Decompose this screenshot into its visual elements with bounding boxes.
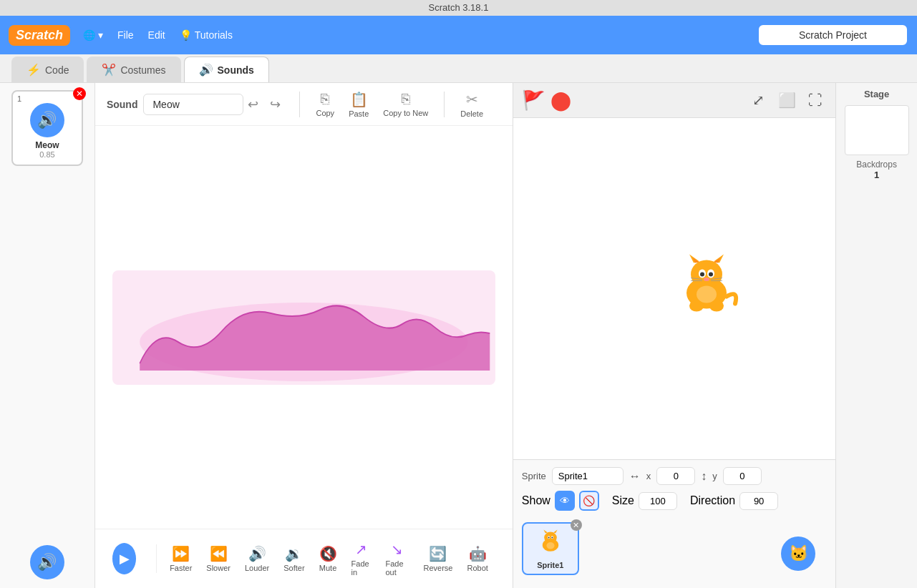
edit-menu[interactable]: Edit [141,25,173,45]
reverse-icon: 🔄 [429,545,447,562]
show-hidden-btn[interactable]: 🚫 [579,491,599,511]
svg-point-20 [544,532,557,544]
add-sprite-icon: 🐱 [789,544,808,563]
controls-separator [156,544,157,573]
view-buttons: ⤢ ⬜ ⛶ [747,89,827,112]
svg-point-16 [689,300,704,311]
stop-btn[interactable]: ⬤ [550,89,571,112]
svg-point-17 [709,300,724,311]
fade-out-btn[interactable]: ↘ Fade out [378,538,416,579]
robot-btn[interactable]: 🤖 Robot [460,542,495,575]
direction-input[interactable] [739,492,778,510]
reverse-btn[interactable]: 🔄 Reverse [416,542,460,575]
x-arrow-icon: ↔ [629,470,641,483]
x-input[interactable] [656,467,695,485]
undo-btn[interactable]: ↩ [243,94,263,115]
add-sound-icon: 🔊 [37,553,57,572]
softer-btn[interactable]: 🔉 Softer [276,542,311,575]
sound-name-label: Meow [35,140,59,150]
x-label: x [646,471,651,481]
copy-label: Copy [316,109,334,117]
louder-btn[interactable]: 🔊 Louder [238,542,276,575]
stage-thumbnail [845,105,909,155]
green-flag-btn[interactable]: 🚩 [522,89,545,112]
copy-btn[interactable]: ⎘ Copy [309,88,341,120]
undo-redo-group: ↩ ↪ [243,94,285,115]
tab-code-label: Code [45,64,69,76]
sound-list: 1 ✕ 🔊 Meow 0.85 🔊 [0,83,95,588]
sound-delete-btn[interactable]: ✕ [73,87,86,100]
tutorials-btn[interactable]: 💡 Tutorials [173,25,240,45]
app-title: Scratch 3.18.1 [429,2,489,13]
y-arrow-icon: ↕ [701,470,707,483]
compress-view-btn[interactable]: ⤢ [747,89,770,112]
tab-costumes[interactable]: ✂️ Costumes [87,57,180,82]
tab-sounds-label: Sounds [218,64,254,76]
sprite-panel: Sprite ↔ x ↕ y Show 👁 🚫 Size Direction [513,459,835,588]
tutorials-icon: 💡 [180,29,192,41]
sound-editor: Sound ↩ ↪ ⎘ Copy 📋 Paste ⎘ Copy to New ✂ [95,83,513,588]
sprite-name-field[interactable] [552,467,624,485]
fade-out-icon: ↘ [391,541,403,558]
svg-marker-21 [543,529,548,533]
file-menu[interactable]: File [110,25,141,45]
tab-costumes-label: Costumes [120,64,165,76]
slower-btn[interactable]: ⏪ Slower [199,542,238,575]
direction-label: Direction [690,494,735,507]
sound-toolbar: Sound ↩ ↪ ⎘ Copy 📋 Paste ⎘ Copy to New ✂ [95,83,513,126]
sprite-delete-btn[interactable]: ✕ [571,519,582,531]
svg-point-10 [709,272,713,276]
y-input[interactable] [723,467,762,485]
sounds-icon: 🔊 [199,63,213,77]
backdrops-count: 1 [874,170,879,180]
menubar: Scratch 🌐 ▾ File Edit 💡 Tutorials [0,16,917,54]
copy-to-new-icon: ⎘ [402,91,410,107]
tab-code[interactable]: ⚡ Code [11,57,84,82]
main-layout: 1 ✕ 🔊 Meow 0.85 🔊 Sound ↩ ↪ ⎘ Copy 📋 [0,83,917,588]
fullscreen-btn[interactable]: ⛶ [804,89,827,112]
paste-icon: 📋 [350,91,368,108]
backdrops-label: Backdrops [856,160,897,170]
globe-arrow: ▾ [98,29,103,41]
play-button[interactable]: ▶ [112,543,136,574]
cat-svg [671,250,742,314]
paste-btn[interactable]: 📋 Paste [341,88,376,121]
mute-btn[interactable]: 🔇 Mute [312,542,344,575]
titlebar: Scratch 3.18.1 [0,0,917,16]
stage-flag-stop: 🚩 ⬤ [522,89,571,112]
sprite-name-thumb: Sprite1 [537,561,563,569]
svg-point-26 [551,537,553,539]
fade-in-btn[interactable]: ↗ Fade in [344,538,379,579]
delete-icon: ✂ [466,91,478,108]
waveform-svg [112,270,495,385]
svg-point-27 [546,542,554,549]
size-input[interactable] [639,492,677,510]
show-visible-btn[interactable]: 👁 [555,491,575,511]
copy-to-new-btn[interactable]: ⎘ Copy to New [376,88,435,120]
globe-menu[interactable]: 🌐 ▾ [76,25,110,45]
scratch-logo[interactable]: Scratch [9,25,70,46]
svg-point-18 [697,285,717,303]
waveform-display[interactable] [112,270,495,385]
sound-item[interactable]: 1 ✕ 🔊 Meow 0.85 [11,90,83,166]
cat-sprite [671,250,742,328]
tutorials-label: Tutorials [195,29,233,41]
delete-btn[interactable]: ✂ Delete [453,88,490,121]
stage-side-panel: Stage Backdrops 1 [835,83,917,588]
fade-out-label: Fade out [385,559,409,577]
add-sound-button[interactable]: 🔊 [30,545,64,579]
louder-icon: 🔊 [248,545,266,562]
slower-icon: ⏪ [210,545,228,562]
slower-label: Slower [206,564,231,572]
svg-marker-22 [553,529,558,533]
add-sprite-btn[interactable]: 🐱 [781,536,815,571]
faster-btn[interactable]: ⏩ Faster [162,542,199,575]
project-name-input[interactable] [757,24,908,46]
sound-name-input[interactable] [143,94,243,115]
normal-view-btn[interactable]: ⬜ [775,89,798,112]
y-label: y [712,471,717,481]
redo-btn[interactable]: ↪ [266,94,285,115]
delete-label: Delete [460,109,483,118]
tab-sounds[interactable]: 🔊 Sounds [184,57,269,82]
sprite-thumb[interactable]: ✕ Sprit [522,522,579,575]
